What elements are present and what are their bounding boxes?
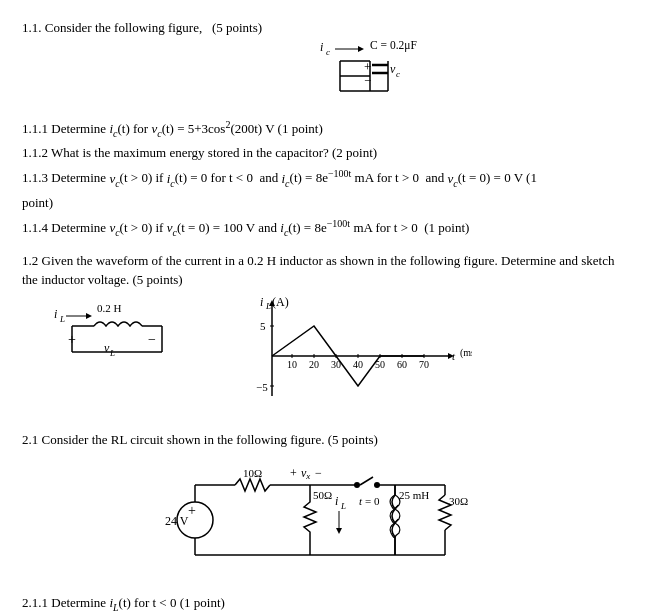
svg-text:t: t <box>452 350 456 362</box>
svg-text:i: i <box>54 307 57 321</box>
svg-text:60: 60 <box>397 359 407 370</box>
circuit-1-diagram: i c C = 0.2μF + v c − <box>142 41 627 113</box>
svg-text:−: − <box>364 73 371 88</box>
svg-line-73 <box>360 477 373 485</box>
svg-text:50Ω: 50Ω <box>313 489 332 501</box>
svg-text:+: + <box>188 503 196 518</box>
svg-text:L: L <box>109 348 115 358</box>
section-1-1: 1.1. Consider the following figure, (5 p… <box>22 18 627 241</box>
p2-1-header: 2.1 Consider the RL circuit shown in the… <box>22 430 627 450</box>
svg-text:i: i <box>320 41 323 54</box>
circuit-1-svg: i c C = 0.2μF + v c − <box>320 41 450 113</box>
svg-text:(ms): (ms) <box>460 347 472 359</box>
p1-1-2: 1.1.2 What is the maximum energy stored … <box>22 143 627 164</box>
p1-1-label: 1.1. Consider the following figure, <box>22 20 209 35</box>
svg-text:t: t <box>359 495 363 507</box>
svg-text:i: i <box>335 494 338 508</box>
svg-text:vx: vx <box>301 466 310 481</box>
inductor-circuit: i L 0.2 H + v L − <box>52 296 212 420</box>
p2-1-1: 2.1.1 Determine iL(t) for t < 0 (1 point… <box>22 593 627 614</box>
svg-text:25 mH: 25 mH <box>399 489 429 501</box>
svg-text:(A): (A) <box>272 296 289 309</box>
svg-text:0.2 H: 0.2 H <box>97 302 122 314</box>
svg-text:−: − <box>315 466 322 480</box>
inductor-svg: i L 0.2 H + v L − <box>52 296 207 376</box>
p1-1-3-point: point) <box>22 193 627 214</box>
svg-text:20: 20 <box>309 359 319 370</box>
svg-text:C = 0.2μF: C = 0.2μF <box>370 41 417 52</box>
svg-marker-68 <box>336 528 342 534</box>
svg-text:24 V: 24 V <box>165 514 189 528</box>
p1-1-1: 1.1.1 Determine ic(t) for vc(t) = 5+3cos… <box>22 117 627 142</box>
svg-text:i: i <box>260 296 263 309</box>
rl-circuit-svg: 10Ω + vx − 50Ω i L t = 0 <box>135 455 515 585</box>
svg-text:= 0: = 0 <box>365 495 380 507</box>
svg-text:+: + <box>290 466 297 480</box>
svg-text:40: 40 <box>353 359 363 370</box>
svg-text:10: 10 <box>287 359 297 370</box>
rl-circuit-diagram: 10Ω + vx − 50Ω i L t = 0 <box>22 455 627 585</box>
svg-text:5: 5 <box>260 320 266 332</box>
problem-1-1-header: 1.1. Consider the following figure, (5 p… <box>22 18 627 38</box>
svg-marker-20 <box>86 313 92 319</box>
svg-text:10Ω: 10Ω <box>243 467 262 479</box>
svg-marker-3 <box>358 46 364 52</box>
svg-text:L: L <box>59 314 65 324</box>
svg-text:70: 70 <box>419 359 429 370</box>
p1-1-points: (5 points) <box>212 20 262 35</box>
p1-2-header: 1.2 Given the waveform of the current in… <box>22 251 627 290</box>
svg-text:c: c <box>396 69 400 79</box>
waveform-graph: i L (A) t (ms) 5 −5 <box>232 296 472 420</box>
p1-1-4: 1.1.4 Determine vc(t > 0) if vc(t = 0) =… <box>22 216 627 241</box>
section-1-2-diagrams: i L 0.2 H + v L − <box>52 296 627 420</box>
svg-text:c: c <box>326 47 330 57</box>
p1-1-3: 1.1.3 Determine vc(t > 0) if ic(t) = 0 f… <box>22 166 627 191</box>
svg-text:−: − <box>148 332 156 347</box>
svg-text:L: L <box>340 501 346 511</box>
section-2-1: 2.1 Consider the RL circuit shown in the… <box>22 430 627 614</box>
svg-point-72 <box>354 482 360 488</box>
section-1-2: 1.2 Given the waveform of the current in… <box>22 251 627 420</box>
waveform-svg: i L (A) t (ms) 5 −5 <box>232 296 472 416</box>
svg-text:−5: −5 <box>256 381 268 393</box>
